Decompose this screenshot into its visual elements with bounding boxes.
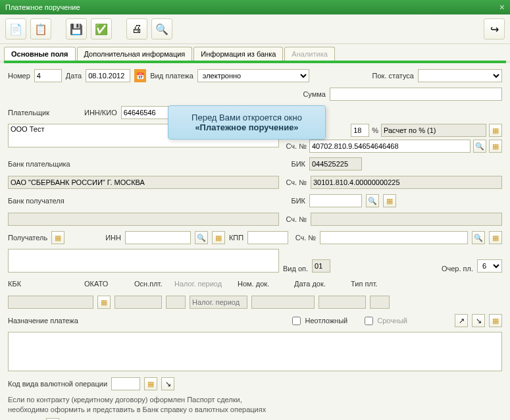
doc-icon[interactable]: ▦ [489,231,502,244]
rec-bank-name-input[interactable] [8,213,279,226]
export-icon[interactable]: ↗ [455,314,468,327]
tab-additional[interactable]: Дополнительная информация [77,47,193,61]
payer-bank-bik-label: БИК [282,160,305,168]
ocher-label: Очер. пл. [442,265,473,273]
print-button[interactable]: 🖨 [126,18,147,39]
dat-input[interactable] [319,296,366,309]
nom-label: Ном. док. [238,280,290,288]
toolbar: 📄 📋 💾 ✅ 🖨 🔍 ↪ [0,14,510,44]
titlebar: Платежное поручение × [0,0,510,14]
magnifier-icon[interactable]: 🔍 [195,231,208,244]
rec-bank-acct-label: Сч. № [283,215,307,223]
rec-inn-input[interactable] [125,231,191,244]
payment-type-select[interactable]: электронно [197,69,309,82]
okato-input[interactable] [115,296,162,309]
copy-button[interactable]: 📋 [30,18,51,39]
magnifier-icon[interactable]: 🔍 [472,231,485,244]
check-button[interactable]: ✅ [91,18,112,39]
doc-icon[interactable]: ▦ [212,231,225,244]
doc-icon[interactable]: ▦ [489,314,502,327]
urgent1-label: Неотложный [305,317,347,325]
save-button[interactable]: 💾 [66,18,87,39]
doc-icon[interactable]: ▦ [383,194,396,207]
rec-acct-label: Сч. № [292,234,316,242]
magnifier-icon[interactable]: 🔍 [366,194,379,207]
kbk-label: КБК [8,280,80,288]
nalog-input[interactable] [190,296,247,309]
doc-icon[interactable]: ▦ [489,140,502,153]
tip-input[interactable] [370,296,390,309]
sum-input[interactable] [330,88,502,101]
exit-button[interactable]: ↪ [484,18,505,39]
status-label: Пок. статуса [372,72,414,80]
currency-code-input[interactable] [111,377,140,390]
date-input[interactable] [86,69,130,82]
tab-main[interactable]: Основные поля [4,47,76,61]
payment-type-label: Вид платежа [150,72,193,80]
purpose-textarea[interactable] [8,332,502,371]
new-doc-button[interactable]: 📄 [5,18,26,39]
vat-calc-input[interactable] [381,124,486,137]
osn-label: Осн.плт. [134,280,170,288]
kbk-input[interactable] [8,296,93,309]
close-icon[interactable]: × [499,0,505,14]
payer-inn-label: ИНН/КИО [84,109,117,117]
currency-hint2: необходимо оформить и представить в Банк… [8,405,502,415]
urgent2-checkbox[interactable] [365,317,373,325]
rec-bank-bik-input[interactable] [309,194,362,207]
action-icon[interactable]: ↘ [161,377,174,390]
osn-input[interactable] [166,296,186,309]
recipient-label: Получатель [8,234,47,242]
doc-icon[interactable]: ▦ [51,231,64,244]
ocher-select[interactable]: 6 [477,259,502,273]
vat-pct-input[interactable] [351,124,369,137]
date-label: Дата [66,72,82,80]
number-label: Номер [8,72,30,80]
import-icon[interactable]: ↘ [472,314,485,327]
number-input[interactable] [34,69,62,82]
urgent1-checkbox[interactable] [292,317,301,325]
rec-bank-bik-label: БИК [282,197,305,205]
payer-bank-acct-label: Сч. № [283,178,307,186]
currency-hint1: Если по контракту (кредитному договору) … [8,395,502,405]
doc-icon[interactable]: ▦ [97,296,111,309]
okato-label: ОКАТО [84,280,130,288]
rec-kpp-label: КПП [229,234,243,242]
urgent2-label: Срочный [377,317,407,325]
doc-icon[interactable]: ▦ [144,377,157,390]
rec-bank-acct-input[interactable] [311,213,502,226]
preview-button[interactable]: 🔍 [151,18,172,39]
doc-icon[interactable]: ▦ [489,124,502,137]
rec-kpp-input[interactable] [247,231,288,244]
dat-label: Дата док. [294,280,347,288]
payer-bank-label: Банк плательщика [8,160,278,168]
rec-bank-label: Банк получателя [8,197,278,205]
status-select[interactable] [418,69,502,82]
callout-tooltip: Перед Вами откроется окно «Платежное пор… [168,105,326,140]
nom-input[interactable] [251,296,315,309]
tab-bank-info[interactable]: Информация из банка [193,47,283,61]
payer-label: Плательщик [8,109,80,117]
payer-bank-bik-input[interactable] [309,157,362,171]
recipient-name-textarea[interactable] [8,249,279,273]
callout-line2: «Платежное поручение» [175,122,319,132]
vidop-label: Вид оп. [283,265,308,273]
tip-label: Тип плт. [351,280,378,288]
magnifier-icon[interactable]: 🔍 [473,140,486,153]
payer-bank-name-input[interactable] [8,176,279,189]
currency-code-label: Код вида валютной операции [8,380,107,388]
payer-acct-input[interactable] [309,140,471,153]
tab-analytics: Аналитика [284,47,334,61]
nalog-label: Налог. период [174,280,234,288]
tabs: Основные поля Дополнительная информация … [0,44,510,61]
calendar-icon[interactable]: 📅 [134,69,146,82]
payer-bank-acct-input[interactable] [311,176,502,189]
vidop-input[interactable] [312,259,330,273]
rec-inn-label: ИНН [105,234,121,242]
payer-inn-input[interactable] [121,106,168,119]
callout-line1: Перед Вами откроется окно [175,113,319,122]
rec-acct-input[interactable] [320,231,468,244]
purpose-label: Назначение платежа [8,317,78,325]
window-title: Платежное поручение [5,0,80,14]
payer-acct-label: Сч. № [283,142,307,150]
